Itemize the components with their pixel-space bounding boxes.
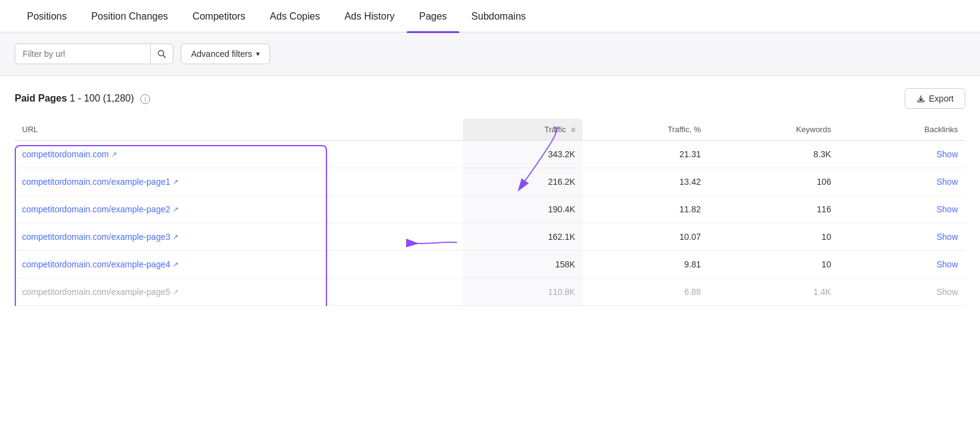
show-link-0[interactable]: Show	[937, 149, 958, 159]
traffic-val-4: 158K	[463, 251, 582, 278]
table-header: URL Traffic ≡ Traffic, % Keywords	[15, 119, 965, 141]
col-traffic[interactable]: Traffic ≡	[463, 119, 582, 141]
external-link-icon: ↗	[173, 178, 178, 186]
table-section: URL Traffic ≡ Traffic, % Keywords	[15, 119, 965, 306]
col-url: URL	[15, 119, 463, 141]
url-link-2[interactable]: competitordomain.com/example-page2 ↗	[22, 204, 178, 214]
table-row: competitordomain.com/example-page1 ↗216.…	[15, 168, 965, 196]
table-row: competitordomain.com/example-page3 ↗162.…	[15, 223, 965, 251]
table-row: competitordomain.com/example-page2 ↗190.…	[15, 196, 965, 223]
keywords-val-1: 106	[708, 168, 839, 196]
traffic-val-3: 162.1K	[463, 223, 582, 251]
keywords-val-2: 116	[708, 196, 839, 223]
url-cell-2: competitordomain.com/example-page2 ↗	[15, 196, 463, 223]
traffic-pct-5: 6.88	[582, 278, 708, 306]
show-link-1[interactable]: Show	[937, 177, 958, 187]
traffic-pct-3: 10.07	[582, 223, 708, 251]
keywords-val-3: 10	[708, 223, 839, 251]
external-link-icon: ↗	[173, 288, 178, 296]
nav-item-position-changes[interactable]: Position Changes	[79, 0, 180, 32]
paid-pages-table: URL Traffic ≡ Traffic, % Keywords	[15, 119, 965, 306]
url-cell-3: competitordomain.com/example-page3 ↗	[15, 223, 463, 251]
table-body: competitordomain.com ↗343.2K21.318.3KSho…	[15, 141, 965, 306]
table-row: competitordomain.com ↗343.2K21.318.3KSho…	[15, 141, 965, 168]
advanced-filters-button[interactable]: Advanced filters ▾	[181, 43, 270, 64]
nav-item-competitors[interactable]: Competitors	[180, 0, 257, 32]
sort-icon: ≡	[571, 125, 575, 134]
url-cell-0: competitordomain.com ↗	[15, 141, 463, 168]
external-link-icon: ↗	[173, 206, 178, 214]
url-cell-5: competitordomain.com/example-page5 ↗	[15, 278, 463, 306]
export-button[interactable]: Export	[905, 88, 965, 109]
export-label: Export	[929, 94, 954, 103]
info-icon[interactable]: i	[140, 94, 150, 104]
chevron-down-icon: ▾	[256, 50, 260, 58]
backlinks-val-4: Show	[839, 251, 965, 278]
traffic-val-5: 110.8K	[463, 278, 582, 306]
traffic-pct-1: 13.42	[582, 168, 708, 196]
nav-item-ads-history[interactable]: Ads History	[332, 0, 407, 32]
nav-item-subdomains[interactable]: Subdomains	[459, 0, 538, 32]
svg-point-0	[158, 50, 164, 56]
backlinks-val-3: Show	[839, 223, 965, 251]
url-cell-4: competitordomain.com/example-page4 ↗	[15, 251, 463, 278]
traffic-pct-2: 11.82	[582, 196, 708, 223]
table-row: competitordomain.com/example-page5 ↗110.…	[15, 278, 965, 306]
nav-bar: PositionsPosition ChangesCompetitorsAds …	[0, 0, 980, 32]
nav-item-positions[interactable]: Positions	[15, 0, 79, 32]
table-row: competitordomain.com/example-page4 ↗158K…	[15, 251, 965, 278]
url-link-0[interactable]: competitordomain.com ↗	[22, 149, 117, 159]
svg-line-1	[163, 55, 165, 58]
external-link-icon: ↗	[111, 151, 117, 158]
keywords-val-4: 10	[708, 251, 839, 278]
filter-bar: Advanced filters ▾	[0, 32, 980, 76]
col-traffic-pct: Traffic, %	[582, 119, 708, 141]
traffic-val-2: 190.4K	[463, 196, 582, 223]
paid-pages-title: Paid Pages 1 - 100 (1,280) i	[15, 93, 150, 105]
keywords-val-0: 8.3K	[708, 141, 839, 168]
col-keywords: Keywords	[708, 119, 839, 141]
traffic-pct-0: 21.31	[582, 141, 708, 168]
backlinks-val-5: Show	[839, 278, 965, 306]
url-cell-1: competitordomain.com/example-page1 ↗	[15, 168, 463, 196]
url-link-3[interactable]: competitordomain.com/example-page3 ↗	[22, 232, 178, 242]
url-filter-search-button[interactable]	[150, 45, 173, 63]
paid-pages-header: Paid Pages 1 - 100 (1,280) i Export	[15, 88, 965, 109]
traffic-pct-4: 9.81	[582, 251, 708, 278]
svg-rect-2	[918, 100, 924, 102]
url-link-1[interactable]: competitordomain.com/example-page1 ↗	[22, 177, 178, 187]
paid-pages-range: 1 - 100 (1,280)	[70, 93, 134, 103]
backlinks-val-0: Show	[839, 141, 965, 168]
url-link-4[interactable]: competitordomain.com/example-page4 ↗	[22, 259, 178, 269]
show-link-2[interactable]: Show	[937, 204, 958, 214]
show-link-3[interactable]: Show	[937, 232, 958, 242]
nav-item-ads-copies[interactable]: Ads Copies	[258, 0, 333, 32]
keywords-val-5: 1.4K	[708, 278, 839, 306]
show-link-4[interactable]: Show	[937, 259, 958, 269]
external-link-icon: ↗	[173, 261, 178, 269]
traffic-val-0: 343.2K	[463, 141, 582, 168]
col-backlinks: Backlinks	[839, 119, 965, 141]
backlinks-val-2: Show	[839, 196, 965, 223]
nav-item-pages[interactable]: Pages	[407, 0, 459, 32]
external-link-icon: ↗	[173, 233, 178, 241]
url-link-5[interactable]: competitordomain.com/example-page5 ↗	[22, 287, 178, 297]
url-filter-input[interactable]	[15, 44, 150, 64]
traffic-val-1: 216.2K	[463, 168, 582, 196]
content-area: Paid Pages 1 - 100 (1,280) i Export	[0, 76, 980, 306]
url-filter-wrap	[15, 43, 173, 64]
paid-pages-title-bold: Paid Pages	[15, 93, 67, 103]
backlinks-val-1: Show	[839, 168, 965, 196]
advanced-filters-label: Advanced filters	[191, 49, 252, 59]
